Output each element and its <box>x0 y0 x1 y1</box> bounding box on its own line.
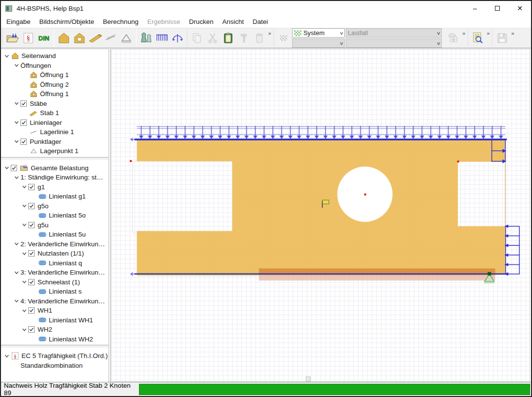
loads-button[interactable] <box>139 30 154 46</box>
tree-item[interactable]: Linienlager <box>1 118 108 128</box>
menu-ansicht[interactable]: Ansicht <box>218 17 248 27</box>
maximize-button[interactable] <box>486 1 509 16</box>
norms-paragraph-button[interactable]: § <box>21 30 36 46</box>
tree-item[interactable]: Schneelast (1) <box>1 278 108 287</box>
chevron-down-icon[interactable] <box>20 203 28 208</box>
tree-item[interactable]: Öffnungen <box>1 61 108 71</box>
tree-item[interactable]: Lagerlinie 1 <box>1 127 108 137</box>
open-project-button[interactable] <box>5 30 20 46</box>
tree-item[interactable]: Stäbe <box>1 99 108 109</box>
wind-load-bottom-right[interactable] <box>504 224 519 276</box>
chevron-down-icon[interactable] <box>13 298 20 303</box>
tree-item[interactable]: 3: Veränderliche Einwirkun… <box>1 268 108 278</box>
tree-item[interactable]: Linienlast WH2 <box>1 335 108 344</box>
drawing-canvas[interactable] <box>111 49 530 382</box>
chevron-down-icon[interactable] <box>13 241 20 246</box>
tree-item[interactable]: g1 <box>1 182 108 192</box>
section-divider[interactable] <box>1 157 108 160</box>
line-load-button[interactable] <box>155 30 169 46</box>
chevron-down-icon[interactable] <box>13 175 20 180</box>
chevron-down-icon[interactable] <box>13 101 20 106</box>
tree-checkbox[interactable] <box>28 250 35 257</box>
toolbar-grip[interactable] <box>273 29 276 47</box>
tree-item[interactable]: Linienlast 5u <box>1 230 108 239</box>
beam-stab1[interactable] <box>259 268 495 274</box>
section-divider[interactable] <box>1 345 108 348</box>
chevron-down-icon[interactable] <box>20 327 28 332</box>
top-line-loads[interactable] <box>131 126 507 141</box>
tree-item[interactable]: g5o <box>1 201 108 211</box>
tree-item[interactable]: Linienlast WH1 <box>1 316 108 325</box>
tree-item[interactable]: 4: Veränderliche Einwirkun… <box>1 297 108 306</box>
tree-item[interactable]: Öffnung 1 <box>1 70 108 80</box>
tree-checkbox[interactable] <box>20 100 27 107</box>
toolbar-grip[interactable] <box>1 29 4 47</box>
system-combo[interactable]: System ∨ <box>292 28 345 38</box>
chevron-down-icon[interactable] <box>20 279 28 284</box>
tree-item[interactable]: WH1 <box>1 306 108 316</box>
toolbar-overflow[interactable]: » <box>268 28 271 36</box>
canvas-resize-grip[interactable] <box>306 377 311 381</box>
menu-drucken[interactable]: Drucken <box>184 17 217 27</box>
tree-item[interactable]: Öffnung 2 <box>1 80 108 90</box>
opening-button[interactable] <box>72 30 87 46</box>
moment-load-button[interactable] <box>170 30 185 46</box>
tree-checkbox[interactable] <box>20 139 27 145</box>
chevron-down-icon[interactable] <box>3 54 11 59</box>
beam-button[interactable] <box>88 30 102 46</box>
din-settings-button[interactable]: DIN <box>37 30 51 46</box>
chevron-down-icon[interactable] <box>3 165 11 170</box>
toolbar-grip[interactable] <box>186 29 189 47</box>
tree-item[interactable]: Linienlast q <box>1 258 108 268</box>
tree-item[interactable]: Standardkombination <box>1 361 108 371</box>
tree-checkbox[interactable] <box>28 203 35 209</box>
tree-item[interactable]: Seitenwand <box>1 51 108 61</box>
menu-datei[interactable]: Datei <box>248 17 273 27</box>
chevron-down-icon[interactable] <box>13 270 20 275</box>
tree-checkbox[interactable] <box>28 326 35 333</box>
tree-item[interactable]: Stab 1 <box>1 108 108 118</box>
tree-item[interactable]: 2: Veränderliche Einwirkun… <box>1 239 108 249</box>
menu-berechnung[interactable]: Berechnung <box>99 17 143 27</box>
chevron-down-icon[interactable] <box>20 251 28 256</box>
tree-item[interactable]: §EC 5 Tragfähigkeit (Th.I.Ord.) <box>1 351 108 361</box>
minimize-button[interactable]: – <box>464 1 486 16</box>
close-button[interactable]: ✕ <box>509 1 531 16</box>
tree-item[interactable]: WH2 <box>1 325 108 335</box>
line-support-button[interactable] <box>103 30 118 46</box>
paste-button[interactable] <box>221 30 236 46</box>
tree-checkbox[interactable] <box>28 222 35 228</box>
chevron-down-icon[interactable] <box>20 308 28 313</box>
tree-checkbox[interactable] <box>28 279 35 285</box>
chevron-down-icon[interactable] <box>13 120 20 125</box>
toolbar-overflow[interactable]: » <box>487 28 490 36</box>
chevron-down-icon[interactable] <box>13 63 20 68</box>
chevron-down-icon[interactable] <box>13 139 20 144</box>
toolbar-overflow[interactable]: » <box>462 28 465 36</box>
chevron-down-icon[interactable] <box>20 222 28 227</box>
tree-item[interactable]: Öffnung 1 <box>1 89 108 99</box>
tree-item[interactable]: Nutzlasten (1/1) <box>1 249 108 258</box>
tree-checkbox[interactable] <box>28 307 35 314</box>
tree-item[interactable]: Lagerpunkt 1 <box>1 146 108 156</box>
menu-eingabe[interactable]: Eingabe <box>2 17 35 27</box>
tree-item[interactable]: Linienlast g1 <box>1 192 108 201</box>
toolbar-grip[interactable] <box>467 29 470 47</box>
tree-checkbox[interactable] <box>28 184 35 190</box>
menu-bildschirm-objekte[interactable]: Bildschirm/Objekte <box>35 17 99 27</box>
toolbar-overflow[interactable]: » <box>511 28 514 36</box>
tree-checkbox[interactable] <box>11 165 17 171</box>
tree-item[interactable]: 1: Ständige Einwirkung: st… <box>1 173 108 182</box>
wall-button[interactable] <box>57 30 71 46</box>
view-document-button[interactable] <box>471 30 485 46</box>
tree-item[interactable]: Punktlager <box>1 137 108 147</box>
tree-item[interactable]: Linienlast 5o <box>1 211 108 220</box>
wall-panel[interactable] <box>137 140 506 274</box>
point-support-button[interactable] <box>119 30 134 46</box>
toolbar-grip[interactable] <box>491 29 494 47</box>
chevron-down-icon[interactable] <box>3 354 11 358</box>
tree-item[interactable]: Linienlast s <box>1 287 108 297</box>
tree-checkbox[interactable] <box>20 119 27 126</box>
tree-item[interactable]: Gesamte Belastung <box>1 163 108 173</box>
chevron-down-icon[interactable] <box>20 184 28 189</box>
